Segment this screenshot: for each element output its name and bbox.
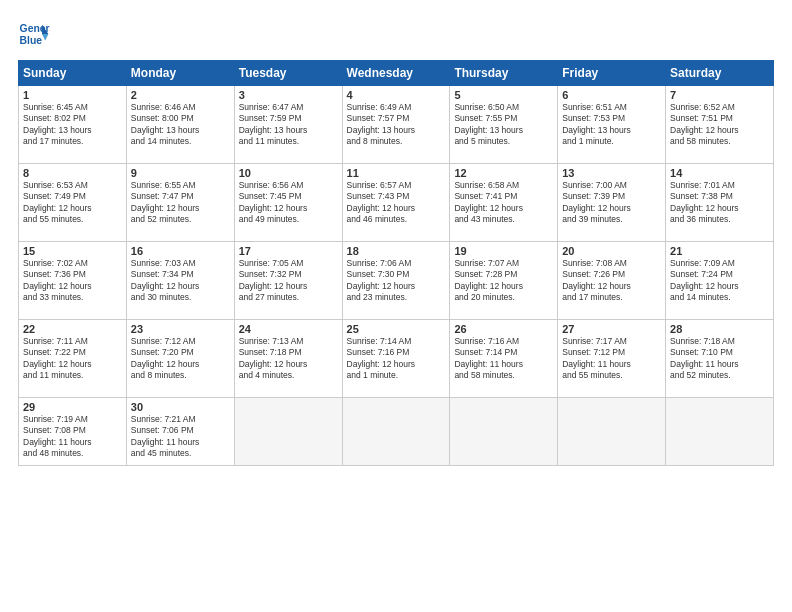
day-number: 29 — [23, 401, 122, 413]
calendar-cell: 21Sunrise: 7:09 AM Sunset: 7:24 PM Dayli… — [666, 242, 774, 320]
weekday-header-wednesday: Wednesday — [342, 61, 450, 86]
calendar-cell: 5Sunrise: 6:50 AM Sunset: 7:55 PM Daylig… — [450, 86, 558, 164]
calendar-cell: 17Sunrise: 7:05 AM Sunset: 7:32 PM Dayli… — [234, 242, 342, 320]
calendar-cell: 10Sunrise: 6:56 AM Sunset: 7:45 PM Dayli… — [234, 164, 342, 242]
day-info: Sunrise: 7:03 AM Sunset: 7:34 PM Dayligh… — [131, 258, 230, 304]
day-info: Sunrise: 7:02 AM Sunset: 7:36 PM Dayligh… — [23, 258, 122, 304]
day-info: Sunrise: 7:09 AM Sunset: 7:24 PM Dayligh… — [670, 258, 769, 304]
day-info: Sunrise: 6:52 AM Sunset: 7:51 PM Dayligh… — [670, 102, 769, 148]
calendar-cell — [234, 398, 342, 466]
calendar-cell — [558, 398, 666, 466]
calendar-cell: 7Sunrise: 6:52 AM Sunset: 7:51 PM Daylig… — [666, 86, 774, 164]
day-info: Sunrise: 7:17 AM Sunset: 7:12 PM Dayligh… — [562, 336, 661, 382]
week-row-2: 8Sunrise: 6:53 AM Sunset: 7:49 PM Daylig… — [19, 164, 774, 242]
day-info: Sunrise: 6:49 AM Sunset: 7:57 PM Dayligh… — [347, 102, 446, 148]
day-number: 20 — [562, 245, 661, 257]
day-number: 13 — [562, 167, 661, 179]
calendar-cell: 19Sunrise: 7:07 AM Sunset: 7:28 PM Dayli… — [450, 242, 558, 320]
weekday-header-sunday: Sunday — [19, 61, 127, 86]
calendar-cell: 29Sunrise: 7:19 AM Sunset: 7:08 PM Dayli… — [19, 398, 127, 466]
day-number: 26 — [454, 323, 553, 335]
day-number: 6 — [562, 89, 661, 101]
day-number: 28 — [670, 323, 769, 335]
calendar-cell: 22Sunrise: 7:11 AM Sunset: 7:22 PM Dayli… — [19, 320, 127, 398]
day-number: 22 — [23, 323, 122, 335]
day-info: Sunrise: 7:12 AM Sunset: 7:20 PM Dayligh… — [131, 336, 230, 382]
weekday-header-monday: Monday — [126, 61, 234, 86]
day-info: Sunrise: 6:45 AM Sunset: 8:02 PM Dayligh… — [23, 102, 122, 148]
calendar-cell: 24Sunrise: 7:13 AM Sunset: 7:18 PM Dayli… — [234, 320, 342, 398]
calendar-table: SundayMondayTuesdayWednesdayThursdayFrid… — [18, 60, 774, 466]
calendar-cell: 6Sunrise: 6:51 AM Sunset: 7:53 PM Daylig… — [558, 86, 666, 164]
day-number: 12 — [454, 167, 553, 179]
day-number: 23 — [131, 323, 230, 335]
week-row-5: 29Sunrise: 7:19 AM Sunset: 7:08 PM Dayli… — [19, 398, 774, 466]
day-info: Sunrise: 7:05 AM Sunset: 7:32 PM Dayligh… — [239, 258, 338, 304]
day-number: 1 — [23, 89, 122, 101]
calendar-cell: 30Sunrise: 7:21 AM Sunset: 7:06 PM Dayli… — [126, 398, 234, 466]
calendar-cell: 14Sunrise: 7:01 AM Sunset: 7:38 PM Dayli… — [666, 164, 774, 242]
day-number: 27 — [562, 323, 661, 335]
day-info: Sunrise: 6:46 AM Sunset: 8:00 PM Dayligh… — [131, 102, 230, 148]
day-info: Sunrise: 6:47 AM Sunset: 7:59 PM Dayligh… — [239, 102, 338, 148]
calendar-cell: 28Sunrise: 7:18 AM Sunset: 7:10 PM Dayli… — [666, 320, 774, 398]
day-info: Sunrise: 7:11 AM Sunset: 7:22 PM Dayligh… — [23, 336, 122, 382]
day-number: 18 — [347, 245, 446, 257]
calendar-cell: 27Sunrise: 7:17 AM Sunset: 7:12 PM Dayli… — [558, 320, 666, 398]
calendar-cell: 16Sunrise: 7:03 AM Sunset: 7:34 PM Dayli… — [126, 242, 234, 320]
calendar-cell: 18Sunrise: 7:06 AM Sunset: 7:30 PM Dayli… — [342, 242, 450, 320]
calendar-cell: 11Sunrise: 6:57 AM Sunset: 7:43 PM Dayli… — [342, 164, 450, 242]
calendar-cell: 9Sunrise: 6:55 AM Sunset: 7:47 PM Daylig… — [126, 164, 234, 242]
day-number: 11 — [347, 167, 446, 179]
day-number: 16 — [131, 245, 230, 257]
page-header: General Blue — [18, 18, 774, 50]
day-info: Sunrise: 7:18 AM Sunset: 7:10 PM Dayligh… — [670, 336, 769, 382]
day-info: Sunrise: 6:56 AM Sunset: 7:45 PM Dayligh… — [239, 180, 338, 226]
calendar-cell: 8Sunrise: 6:53 AM Sunset: 7:49 PM Daylig… — [19, 164, 127, 242]
svg-marker-3 — [42, 34, 48, 40]
svg-text:Blue: Blue — [20, 35, 43, 46]
day-number: 17 — [239, 245, 338, 257]
day-number: 19 — [454, 245, 553, 257]
calendar-cell — [342, 398, 450, 466]
calendar-cell: 26Sunrise: 7:16 AM Sunset: 7:14 PM Dayli… — [450, 320, 558, 398]
weekday-header-friday: Friday — [558, 61, 666, 86]
day-info: Sunrise: 7:00 AM Sunset: 7:39 PM Dayligh… — [562, 180, 661, 226]
weekday-header-tuesday: Tuesday — [234, 61, 342, 86]
calendar-cell: 1Sunrise: 6:45 AM Sunset: 8:02 PM Daylig… — [19, 86, 127, 164]
day-number: 3 — [239, 89, 338, 101]
day-number: 4 — [347, 89, 446, 101]
week-row-4: 22Sunrise: 7:11 AM Sunset: 7:22 PM Dayli… — [19, 320, 774, 398]
day-number: 7 — [670, 89, 769, 101]
day-number: 24 — [239, 323, 338, 335]
day-info: Sunrise: 6:57 AM Sunset: 7:43 PM Dayligh… — [347, 180, 446, 226]
calendar-cell: 23Sunrise: 7:12 AM Sunset: 7:20 PM Dayli… — [126, 320, 234, 398]
day-info: Sunrise: 6:58 AM Sunset: 7:41 PM Dayligh… — [454, 180, 553, 226]
logo: General Blue — [18, 18, 50, 50]
day-info: Sunrise: 6:51 AM Sunset: 7:53 PM Dayligh… — [562, 102, 661, 148]
weekday-header-saturday: Saturday — [666, 61, 774, 86]
weekday-header-thursday: Thursday — [450, 61, 558, 86]
day-info: Sunrise: 7:08 AM Sunset: 7:26 PM Dayligh… — [562, 258, 661, 304]
day-number: 5 — [454, 89, 553, 101]
day-number: 15 — [23, 245, 122, 257]
calendar-cell: 12Sunrise: 6:58 AM Sunset: 7:41 PM Dayli… — [450, 164, 558, 242]
calendar-cell: 2Sunrise: 6:46 AM Sunset: 8:00 PM Daylig… — [126, 86, 234, 164]
day-info: Sunrise: 7:07 AM Sunset: 7:28 PM Dayligh… — [454, 258, 553, 304]
day-info: Sunrise: 7:16 AM Sunset: 7:14 PM Dayligh… — [454, 336, 553, 382]
day-number: 14 — [670, 167, 769, 179]
calendar-cell — [666, 398, 774, 466]
week-row-1: 1Sunrise: 6:45 AM Sunset: 8:02 PM Daylig… — [19, 86, 774, 164]
day-number: 8 — [23, 167, 122, 179]
calendar-cell: 15Sunrise: 7:02 AM Sunset: 7:36 PM Dayli… — [19, 242, 127, 320]
day-info: Sunrise: 7:06 AM Sunset: 7:30 PM Dayligh… — [347, 258, 446, 304]
day-number: 30 — [131, 401, 230, 413]
calendar-cell: 3Sunrise: 6:47 AM Sunset: 7:59 PM Daylig… — [234, 86, 342, 164]
day-info: Sunrise: 7:14 AM Sunset: 7:16 PM Dayligh… — [347, 336, 446, 382]
calendar-cell: 20Sunrise: 7:08 AM Sunset: 7:26 PM Dayli… — [558, 242, 666, 320]
calendar-cell: 13Sunrise: 7:00 AM Sunset: 7:39 PM Dayli… — [558, 164, 666, 242]
day-number: 25 — [347, 323, 446, 335]
day-info: Sunrise: 6:53 AM Sunset: 7:49 PM Dayligh… — [23, 180, 122, 226]
calendar-cell: 25Sunrise: 7:14 AM Sunset: 7:16 PM Dayli… — [342, 320, 450, 398]
day-number: 10 — [239, 167, 338, 179]
